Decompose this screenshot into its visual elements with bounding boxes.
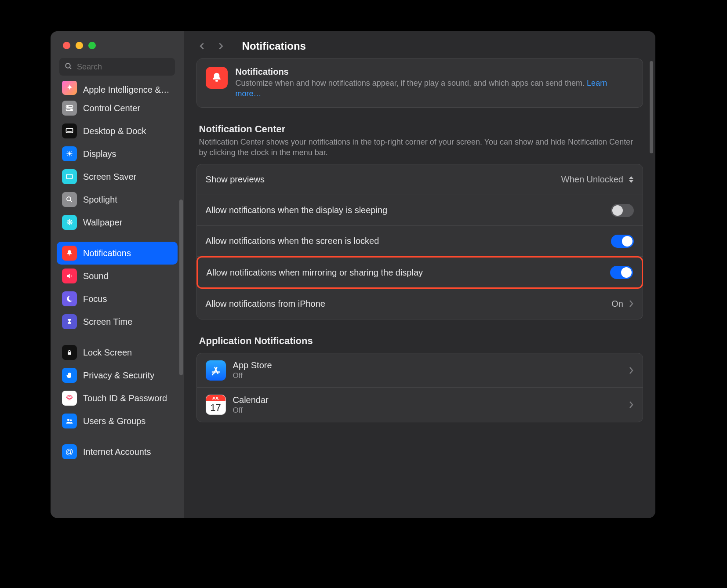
row-allow-when-mirroring: Allow notifications when mirroring or sh… xyxy=(196,256,643,289)
sidebar-item-label: Notifications xyxy=(83,248,131,258)
sidebar-item-label: Wallpaper xyxy=(83,218,122,228)
app-notifications-list: App Store Off JUL 17 Calendar xyxy=(196,353,643,422)
sidebar-item-label: Touch ID & Password xyxy=(83,393,167,403)
sidebar-item-label: Screen Time xyxy=(83,317,132,327)
hand-icon xyxy=(62,368,77,383)
fingerprint-icon xyxy=(62,391,77,406)
switches-icon xyxy=(62,101,77,116)
intro-body-text: Customize when and how notifications app… xyxy=(236,79,587,87)
svg-line-1 xyxy=(69,67,71,69)
row-label: Show previews xyxy=(206,174,265,185)
sidebar-scroll[interactable]: ✦ Apple Intelligence &… Control Center D… xyxy=(51,81,184,518)
calendar-day-label: 17 xyxy=(210,401,221,414)
app-row-app-store[interactable]: App Store Off xyxy=(197,353,643,388)
sidebar-item-label: Sound xyxy=(83,271,109,281)
sidebar-item-desktop-dock[interactable]: Desktop & Dock xyxy=(57,120,178,142)
sidebar-item-label: Desktop & Dock xyxy=(83,126,146,136)
svg-rect-12 xyxy=(68,352,71,355)
chevron-right-icon xyxy=(629,367,634,374)
brightness-icon: ☀ xyxy=(62,146,77,161)
sidebar-item-wallpaper[interactable]: ❋ Wallpaper xyxy=(57,211,178,234)
sidebar-item-focus[interactable]: Focus xyxy=(57,287,178,310)
dock-icon xyxy=(62,123,77,138)
sidebar-item-lock-screen[interactable]: Lock Screen xyxy=(57,341,178,364)
notification-center-settings: Show previews When Unlocked Allow notifi… xyxy=(196,164,643,319)
close-button[interactable] xyxy=(63,42,70,49)
sidebar-item-screen-time[interactable]: Screen Time xyxy=(57,310,178,333)
sidebar-item-touchid-password[interactable]: Touch ID & Password xyxy=(57,387,178,410)
svg-rect-7 xyxy=(67,131,72,132)
sidebar-item-screen-saver[interactable]: Screen Saver xyxy=(57,165,178,188)
sidebar-item-label: Screen Saver xyxy=(83,172,136,182)
sidebar-item-label: Internet Accounts xyxy=(83,447,151,457)
sidebar-item-internet-accounts[interactable]: @ Internet Accounts xyxy=(57,440,178,463)
svg-marker-17 xyxy=(629,180,633,183)
sidebar-item-notifications[interactable]: Notifications xyxy=(57,242,178,265)
sidebar-item-sound[interactable]: Sound xyxy=(57,265,178,287)
svg-point-9 xyxy=(67,197,71,201)
row-show-previews[interactable]: Show previews When Unlocked xyxy=(197,164,643,195)
svg-point-5 xyxy=(71,109,72,111)
svg-point-0 xyxy=(65,63,70,68)
updown-icon[interactable] xyxy=(629,176,634,183)
sidebar-item-label: Control Center xyxy=(83,103,140,113)
moon-icon xyxy=(62,291,77,306)
main-panel: Notifications Notifications Customize wh… xyxy=(184,31,655,518)
sidebar-item-label: Apple Intelligence &… xyxy=(83,85,170,95)
sidebar-item-apple-intelligence[interactable]: ✦ Apple Intelligence &… xyxy=(57,81,178,97)
people-icon xyxy=(62,414,77,428)
page-title: Notifications xyxy=(242,40,306,52)
intro-title: Notifications xyxy=(236,67,634,77)
svg-point-13 xyxy=(67,419,69,421)
sidebar-item-control-center[interactable]: Control Center xyxy=(57,97,178,120)
app-status: Off xyxy=(233,371,272,380)
toggle-allow-when-locked[interactable] xyxy=(611,235,634,248)
sidebar-item-label: Lock Screen xyxy=(83,348,132,358)
app-name: App Store xyxy=(233,360,272,370)
toggle-allow-when-mirroring[interactable] xyxy=(610,266,633,279)
bell-icon xyxy=(206,67,228,89)
nav-forward-button[interactable] xyxy=(216,41,225,51)
system-settings-window: ✦ Apple Intelligence &… Control Center D… xyxy=(51,31,655,518)
sidebar-item-privacy-security[interactable]: Privacy & Security xyxy=(57,364,178,387)
section-title: Notification Center xyxy=(199,123,640,135)
row-allow-from-iphone[interactable]: Allow notifications from iPhone On xyxy=(197,288,643,319)
show-previews-value: When Unlocked xyxy=(561,174,623,185)
main-scrollbar-thumb[interactable] xyxy=(650,61,653,153)
nav-back-button[interactable] xyxy=(197,41,207,51)
sidebar-item-spotlight[interactable]: Spotlight xyxy=(57,188,178,211)
minimize-button[interactable] xyxy=(76,42,83,49)
svg-line-22 xyxy=(212,374,213,374)
sidebar-item-displays[interactable]: ☀ Displays xyxy=(57,142,178,165)
calendar-month-label: JUL xyxy=(206,395,225,401)
sidebar-item-users-groups[interactable]: Users & Groups xyxy=(57,410,178,432)
chevron-right-icon xyxy=(629,401,634,409)
flower-icon: ❋ xyxy=(62,215,77,230)
magnifier-icon xyxy=(62,192,77,207)
app-row-calendar[interactable]: JUL 17 Calendar Off xyxy=(197,388,643,422)
svg-rect-11 xyxy=(69,254,70,255)
main-scroll[interactable]: Notifications Customize when and how not… xyxy=(184,58,655,518)
search-input[interactable] xyxy=(59,58,175,76)
sidebar-scrollbar-thumb[interactable] xyxy=(179,200,183,375)
app-store-icon xyxy=(206,360,226,381)
section-description: Notification Center shows your notificat… xyxy=(199,137,640,158)
svg-marker-16 xyxy=(629,176,633,179)
lock-icon xyxy=(62,345,77,360)
sidebar: ✦ Apple Intelligence &… Control Center D… xyxy=(51,31,184,518)
sidebar-item-label: Users & Groups xyxy=(83,416,145,426)
app-status: Off xyxy=(233,406,269,415)
row-label: Allow notifications when the display is … xyxy=(206,205,388,215)
zoom-button[interactable] xyxy=(88,42,96,49)
main-header: Notifications xyxy=(184,31,655,58)
app-name: Calendar xyxy=(233,395,269,405)
sidebar-item-label: Focus xyxy=(83,294,107,304)
search-icon xyxy=(65,62,73,70)
toggle-allow-when-sleeping[interactable] xyxy=(611,204,634,217)
intro-card: Notifications Customize when and how not… xyxy=(196,58,643,108)
intro-description: Customize when and how notifications app… xyxy=(236,78,634,99)
row-label: Allow notifications from iPhone xyxy=(206,299,325,309)
chevron-right-icon xyxy=(629,300,634,308)
sidebar-item-label: Displays xyxy=(83,149,116,159)
svg-point-4 xyxy=(67,106,69,107)
